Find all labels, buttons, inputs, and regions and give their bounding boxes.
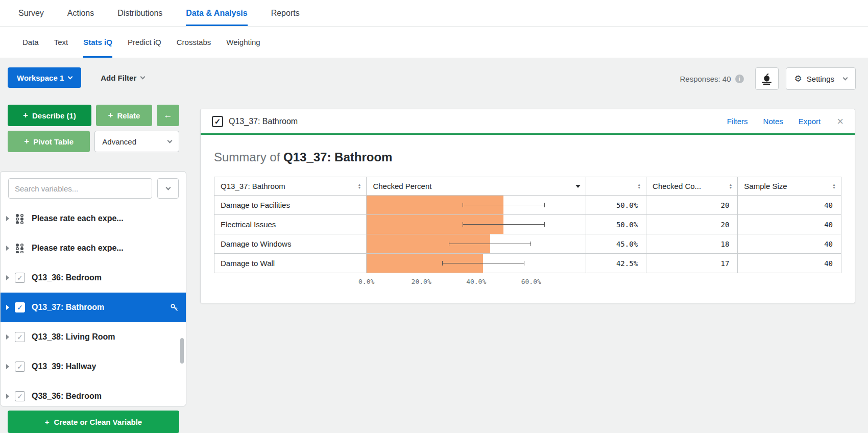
variable-row[interactable]: Q38_36: Bedroom <box>1 381 186 406</box>
tab-crosstabs[interactable]: Crosstabs <box>177 27 211 58</box>
relate-button[interactable]: + Relate <box>96 105 152 126</box>
close-icon[interactable]: × <box>837 116 843 127</box>
key-icon[interactable] <box>170 303 179 312</box>
card-title: Q13_37: Bathroom <box>229 117 298 126</box>
percent-value: 42.5% <box>586 254 646 273</box>
x-tick: 60.0% <box>521 278 541 285</box>
filters-link[interactable]: Filters <box>727 117 748 126</box>
expand-icon[interactable] <box>6 305 9 310</box>
search-row <box>1 172 186 202</box>
expand-icon[interactable] <box>6 334 9 340</box>
tab-predict-iq[interactable]: Predict iQ <box>128 27 161 58</box>
stats-iq-workspace-button[interactable] <box>755 67 779 90</box>
apple-on-books-icon <box>760 72 774 86</box>
column-header-checked-percent[interactable]: Checked Percent <box>367 177 586 196</box>
variable-checkbox[interactable] <box>15 302 25 312</box>
variable-label: Q13_38: Living Room <box>32 332 115 342</box>
sort-icon[interactable]: ▲▼ <box>729 183 732 189</box>
chevron-down-icon[interactable] <box>575 185 581 188</box>
expand-icon[interactable] <box>6 216 9 221</box>
variable-row[interactable]: Q13_38: Living Room <box>1 322 186 352</box>
expand-icon[interactable] <box>6 394 9 399</box>
percent-value: 50.0% <box>586 215 646 234</box>
tab-distributions[interactable]: Distributions <box>117 0 162 26</box>
responses-count: Responses: 40 <box>680 75 731 83</box>
variable-label: Please rate each expe... <box>32 214 124 223</box>
workspace-button[interactable]: Workspace 1 <box>8 67 81 88</box>
add-filter-button[interactable]: Add Filter <box>101 67 144 88</box>
x-tick: 0.0% <box>358 278 374 285</box>
column-header-checked-count[interactable]: Checked Co... ▲▼ <box>646 177 738 196</box>
bar-cell <box>367 196 586 215</box>
sort-icon[interactable]: ▲▼ <box>357 183 361 189</box>
plus-icon: + <box>108 110 113 121</box>
tab-actions[interactable]: Actions <box>67 0 94 26</box>
gear-icon: ⚙ <box>794 74 802 84</box>
notes-link[interactable]: Notes <box>763 117 783 126</box>
info-icon[interactable]: i <box>735 75 744 83</box>
sort-icon[interactable]: ▲▼ <box>637 183 641 189</box>
top-nav: Survey Actions Distributions Data & Anal… <box>0 0 868 27</box>
create-button-label: Create or Clean Variable <box>54 418 142 426</box>
card-checkbox[interactable] <box>212 116 223 127</box>
column-header-sample-size[interactable]: Sample Size ▲▼ <box>738 177 841 196</box>
variable-checkbox[interactable] <box>15 391 25 401</box>
sample-size-value: 40 <box>738 234 841 254</box>
column-header-percent-values[interactable]: ▲▼ <box>586 177 646 196</box>
variable-list: Please rate each expe... Please rate eac… <box>1 202 186 406</box>
expand-icon[interactable] <box>6 275 9 280</box>
variable-row[interactable]: Q13_39: Hallway <box>1 352 186 381</box>
column-header-variable[interactable]: Q13_37: Bathroom ▲▼ <box>214 177 367 196</box>
toolbar-right: Responses: 40 i ⚙ Settings <box>680 67 856 90</box>
tab-stats-iq[interactable]: Stats iQ <box>83 27 112 58</box>
export-link[interactable]: Export <box>799 117 821 126</box>
variable-row[interactable]: Please rate each expe... <box>1 233 186 263</box>
column-label: Checked Percent <box>373 182 431 190</box>
chevron-down-icon <box>140 74 146 79</box>
tab-weighting[interactable]: Weighting <box>226 27 260 58</box>
tab-data[interactable]: Data <box>22 27 39 58</box>
error-bar <box>442 263 524 263</box>
search-variables-input[interactable] <box>8 178 152 199</box>
variable-checkbox[interactable] <box>15 273 25 283</box>
variable-row[interactable]: Q13_36: Bedroom <box>1 263 186 293</box>
collapse-arrow-button[interactable]: ← <box>157 105 179 126</box>
x-axis: 0.0% 20.0% 40.0% 60.0% <box>214 275 841 287</box>
analysis-card: Q13_37: Bathroom Filters Notes Export × … <box>200 109 855 303</box>
tab-survey[interactable]: Survey <box>18 0 44 26</box>
chevron-down-icon <box>165 185 171 190</box>
tab-data-analysis[interactable]: Data & Analysis <box>186 0 247 26</box>
expand-icon[interactable] <box>6 364 9 369</box>
summary-heading: Summary of Q13_37: Bathroom <box>214 150 841 164</box>
describe-label: Describe (1) <box>32 111 76 120</box>
search-filter-dropdown[interactable] <box>157 178 179 199</box>
table-row: Damage to Wall 42.5% 17 40 <box>214 254 841 273</box>
advanced-label: Advanced <box>102 137 136 146</box>
advanced-dropdown[interactable]: Advanced <box>94 131 179 152</box>
checked-count-value: 17 <box>646 254 738 273</box>
tab-reports[interactable]: Reports <box>271 0 300 26</box>
checked-count-value: 20 <box>646 196 738 215</box>
settings-button[interactable]: ⚙ Settings <box>786 67 856 90</box>
describe-button[interactable]: + Describe (1) <box>8 105 91 126</box>
scrollbar-thumb[interactable] <box>180 338 184 364</box>
sample-size-value: 40 <box>738 196 841 215</box>
variables-panel: Please rate each expe... Please rate eac… <box>0 171 186 406</box>
variable-checkbox[interactable] <box>15 362 25 372</box>
matrix-question-icon <box>15 213 25 224</box>
sample-size-value: 40 <box>738 215 841 234</box>
create-or-clean-variable-button[interactable]: + Create or Clean Variable <box>8 411 179 433</box>
variable-checkbox[interactable] <box>15 332 25 342</box>
matrix-question-icon <box>15 243 25 253</box>
pivot-table-button[interactable]: + Pivot Table <box>8 131 90 152</box>
variable-row-selected[interactable]: Q13_37: Bathroom <box>1 293 186 322</box>
x-axis-track: 0.0% 20.0% 40.0% 60.0% <box>367 275 586 287</box>
sort-icon[interactable]: ▲▼ <box>832 183 836 189</box>
card-links: Filters Notes Export <box>727 117 821 126</box>
sample-size-value: 40 <box>738 254 841 273</box>
chevron-down-icon <box>167 138 173 143</box>
variable-row[interactable]: Please rate each expe... <box>1 204 186 233</box>
expand-icon[interactable] <box>6 246 9 251</box>
x-tick: 20.0% <box>412 278 431 285</box>
tab-text[interactable]: Text <box>54 27 68 58</box>
